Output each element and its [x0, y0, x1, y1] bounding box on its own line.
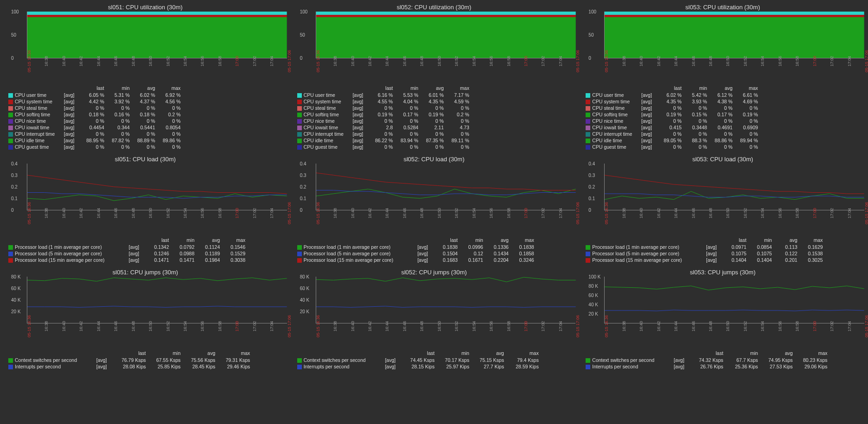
x-tick: 05-15 17:06 [864, 50, 868, 72]
x-tick: 16:54 [760, 208, 765, 219]
legend-val-avg: 75.15 Ksps [473, 357, 508, 363]
legend-val-last: 0 % [82, 118, 108, 124]
x-tick: 17:02 [830, 56, 834, 67]
legend-swatch [297, 252, 302, 256]
legend-label: CPU interrupt time [297, 131, 353, 137]
legend-swatch [586, 113, 590, 117]
legend-val-last: 4.42 % [82, 99, 108, 104]
x-tick: 16:58 [506, 321, 511, 332]
legend-col-last: last [724, 237, 750, 243]
legend-label: Processor load (1 min average per core) [8, 244, 129, 250]
legend-col-min: min [173, 237, 198, 243]
legend-agg: [avg] [64, 125, 82, 130]
legend-row: CPU idle time[avg]89.05 %88.3 %88.86 %89… [586, 137, 864, 144]
legend-swatch [8, 126, 13, 130]
cpu-jumps-chart: 20 K40 K60 K80 K [316, 277, 576, 323]
x-tick: 05-15 17:06 [864, 202, 868, 224]
legend-swatch [586, 132, 590, 137]
x-tick: 17:04 [847, 321, 852, 332]
legend-val-max: 4.73 [448, 125, 473, 130]
legend-row: CPU system time[avg]4.35 %3.93 %4.38 %4.… [586, 98, 864, 105]
legend-val-avg: 2.11 [422, 125, 448, 130]
x-tick: 16:52 [454, 208, 459, 219]
legend-swatch [297, 113, 302, 117]
y-tick: 100 K [588, 274, 600, 279]
legend-val-avg: 0 % [711, 118, 736, 124]
panel-title: sl051: CPU load (30m) [4, 156, 287, 163]
x-tick: 05-15 16:36 [604, 50, 609, 72]
legend-col-avg: avg [711, 85, 736, 91]
y-tick: 0.2 [11, 184, 18, 190]
x-tick: 16:54 [183, 56, 187, 67]
cpu-jumps-chart: 20 K40 K60 K80 K [27, 277, 287, 323]
legend-label: Processor load (5 min average per core) [8, 251, 129, 256]
legend-val-last: 4.35 % [660, 99, 685, 104]
cpu-utilization-panel-sl052: sl052: CPU utilization (30m)05010005-15 … [293, 4, 576, 150]
legend-col-min: min [108, 85, 133, 91]
legend-col-min: min [685, 85, 711, 91]
x-tick: 16:42 [79, 56, 83, 67]
cpu-load-chart: 00.10.20.30.4 [27, 164, 287, 210]
legend-val-last: 0.1683 [436, 257, 462, 263]
legend-label: CPU softirq time [297, 112, 353, 117]
legend-val-min: 87.82 % [108, 138, 133, 143]
y-tick: 0.1 [588, 196, 595, 201]
legend-col-last: last [404, 350, 438, 356]
x-tick: 17:00 [812, 56, 817, 67]
legend-val-last: 2.8 [371, 125, 397, 130]
legend-row: CPU interrupt time[avg]0 %0 %0 %0 % [8, 131, 287, 137]
legend-table: lastminavgmaxProcessor load (1 min avera… [297, 237, 576, 263]
legend-val-min: 0.1075 [750, 251, 775, 256]
legend-swatch [8, 93, 13, 98]
legend-header: lastminavgmax [297, 85, 576, 91]
legend-val-avg: 0.2204 [487, 257, 512, 263]
x-tick: 16:52 [743, 321, 748, 332]
legend-swatch [8, 106, 13, 111]
legend-val-avg: 27.53 Kips [762, 364, 796, 369]
legend-val-last: 0.1471 [147, 257, 173, 263]
legend-agg: [avg] [641, 92, 660, 98]
legend-row: CPU iowait time[avg]0.4150.34480.46910.6… [586, 124, 864, 131]
legend-swatch [297, 106, 302, 111]
legend-agg: [avg] [64, 131, 82, 137]
x-tick: 16:40 [62, 56, 66, 67]
legend-val-max: 4.59 % [448, 99, 473, 104]
legend-swatch [586, 139, 590, 143]
legend-table: lastminavgmaxProcessor load (1 min avera… [8, 237, 287, 263]
x-tick: 16:52 [166, 56, 170, 67]
x-tick: 16:58 [795, 56, 799, 67]
x-tick: 16:54 [472, 56, 476, 67]
y-tick: 0 [11, 56, 14, 61]
legend-table: lastminavgmaxContext switches per second… [586, 350, 864, 370]
legend-val-avg: 0 % [711, 144, 736, 150]
legend-val-max: 0.1629 [801, 244, 826, 250]
legend-val-min: 0.0996 [462, 244, 487, 250]
legend-row: CPU user time[avg]6.16 %5.53 %6.01 %7.17… [297, 92, 576, 98]
legend-row: Processor load (1 min average per core)[… [8, 244, 287, 250]
x-tick: 16:52 [454, 321, 459, 332]
legend-val-avg: 0 % [133, 118, 159, 124]
cpu-load-panel-sl052: sl052: CPU load (30m)00.10.20.30.405-15 … [293, 156, 576, 263]
x-tick: 16:44 [96, 56, 101, 67]
x-tick: 16:56 [489, 321, 493, 332]
legend-agg: [avg] [706, 257, 724, 263]
legend-swatch [586, 365, 590, 369]
legend-val-last: 88.95 % [82, 138, 108, 143]
legend-col-last: last [436, 237, 462, 243]
x-tick: 16:56 [200, 208, 205, 219]
legend-val-max: 80.23 Ksps [796, 357, 831, 363]
legend-val-max: 0 % [736, 131, 762, 137]
legend-row: CPU guest time[avg]0 %0 %0 %0 % [297, 144, 576, 150]
legend-val-min: 3.93 % [685, 99, 711, 104]
x-tick: 16:44 [96, 208, 101, 219]
x-tick: 05-15 16:36 [316, 202, 320, 224]
legend-val-min: 0 % [108, 105, 133, 111]
x-tick: 16:50 [725, 321, 730, 332]
y-tick: 0.4 [300, 161, 306, 166]
legend-val-min: 25.85 Kips [150, 364, 184, 369]
legend-val-max: 79.4 Ksps [508, 357, 543, 363]
legend-row: CPU idle time[avg]86.22 %83.94 %87.35 %8… [297, 137, 576, 144]
x-tick: 16:58 [506, 208, 511, 219]
legend-agg: [avg] [385, 364, 404, 369]
x-tick: 16:38 [622, 321, 626, 332]
